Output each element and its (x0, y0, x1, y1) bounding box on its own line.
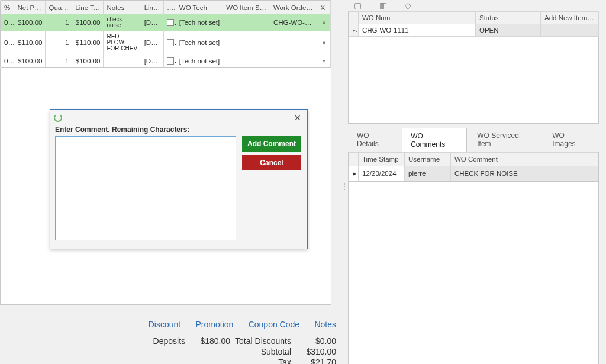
col-add-new[interactable]: Add New Items To (541, 12, 599, 24)
row-pointer-icon: ▸ (349, 24, 359, 37)
discount-link[interactable]: Discount (149, 320, 180, 329)
dialog-close-button[interactable]: ✕ (292, 113, 304, 123)
col-notes[interactable]: Notes (104, 1, 141, 14)
toolbar-icon[interactable]: ◇ (405, 1, 411, 10)
table-row[interactable]: ▸ 12/20/2024 pierre CHECK FOR NOISE (349, 166, 598, 181)
col-close[interactable]: X (317, 1, 331, 14)
flag-checkbox[interactable] (164, 31, 176, 54)
totals-panel: Deposits $180.00 Total Discounts $0.00 S… (153, 336, 336, 364)
line-items-grid[interactable]: % Net Price Quan··· Line To··· Notes Lin… (0, 0, 331, 68)
spinner-icon (54, 114, 62, 122)
wo-comments-grid[interactable]: Time Stamp Username WO Comment ▸ 12/20/2… (348, 152, 599, 182)
toolbar-icons: ▢ ▥ ◇ (348, 0, 606, 11)
tab-wo-images[interactable]: WO Images (543, 127, 598, 152)
work-order-grid[interactable]: WO Num Status Add New Items To ▸ CHG-WO-… (348, 11, 599, 37)
tax-value: $21.70 (296, 357, 336, 364)
tax-label: Tax (235, 357, 291, 364)
col-wo-item-status[interactable]: WO Item Status (223, 1, 270, 14)
col-line-total[interactable]: Line To··· (72, 1, 104, 14)
row-delete-button[interactable]: × (317, 54, 331, 67)
splitter-handle-icon[interactable]: ⋮ (341, 182, 347, 191)
col-username[interactable]: Username (405, 153, 451, 166)
col-wo-tech[interactable]: WO Tech (176, 1, 223, 14)
deposits-label: Deposits (153, 336, 185, 346)
tab-wo-comments[interactable]: WO Comments (402, 128, 467, 152)
deposits-value: $180.00 (190, 336, 230, 346)
tab-wo-details[interactable]: WO Details (348, 127, 401, 152)
table-row[interactable]: ▸ CHG-WO-1111 OPEN (349, 24, 599, 37)
toolbar-icon[interactable]: ▢ (354, 1, 362, 10)
col-qty[interactable]: Quan··· (46, 1, 72, 14)
add-comment-dialog: ✕ Enter Comment. Remaining Characters: A… (50, 109, 308, 249)
subtotal-label: Subtotal (235, 347, 291, 356)
row-delete-button[interactable]: × (317, 14, 331, 31)
flag-checkbox[interactable] (164, 54, 176, 67)
table-row[interactable]: 0% $100.00 1 $100.00 [Def... [Tech not s… (1, 54, 331, 67)
add-new-checkbox[interactable] (541, 24, 599, 37)
add-comment-button[interactable]: Add Comment (242, 136, 301, 152)
table-row[interactable]: 0% $100.00 1 $100.00 check noise [Def...… (1, 14, 331, 31)
table-row[interactable]: 0% $110.00 1 $110.00 RED PLOW FOR CHEV [… (1, 31, 331, 54)
row-handle-header (349, 12, 359, 24)
col-line-i[interactable]: Line I... (141, 1, 164, 14)
row-delete-button[interactable]: × (317, 31, 331, 54)
toolbar-icon[interactable]: ▥ (379, 1, 387, 10)
subtotal-value: $310.00 (296, 347, 336, 356)
col-timestamp[interactable]: Time Stamp (359, 153, 405, 166)
col-wo-num[interactable]: WO Num (359, 12, 476, 24)
col-wo-comment[interactable]: WO Comment (451, 153, 598, 166)
row-handle-header (349, 153, 359, 166)
col-net-price[interactable]: Net Price (14, 1, 46, 14)
col-pct[interactable]: % (1, 1, 14, 14)
dialog-prompt: Enter Comment. Remaining Characters: (50, 125, 307, 136)
cancel-button[interactable]: Cancel (242, 155, 301, 170)
promotion-link[interactable]: Promotion (196, 320, 234, 329)
tab-wo-serviced-item[interactable]: WO Serviced Item (468, 127, 542, 152)
comment-textarea[interactable] (55, 136, 236, 240)
col-wo-id[interactable]: Work Order Id (270, 1, 317, 14)
col-flag[interactable]: ... (164, 1, 176, 14)
col-status[interactable]: Status (476, 12, 541, 24)
footer-links: Discount Promotion Coupon Code Notes (0, 320, 343, 329)
comments-grid-empty-area (348, 182, 599, 364)
wo-grid-empty-area (348, 37, 599, 124)
discounts-value: $0.00 (296, 336, 336, 346)
notes-link[interactable]: Notes (314, 320, 336, 329)
row-pointer-icon: ▸ (349, 166, 359, 181)
flag-checkbox[interactable] (164, 14, 176, 31)
coupon-code-link[interactable]: Coupon Code (249, 320, 299, 329)
wo-tabs: WO Details WO Comments WO Serviced Item … (348, 127, 599, 152)
discounts-label: Total Discounts (235, 336, 291, 346)
